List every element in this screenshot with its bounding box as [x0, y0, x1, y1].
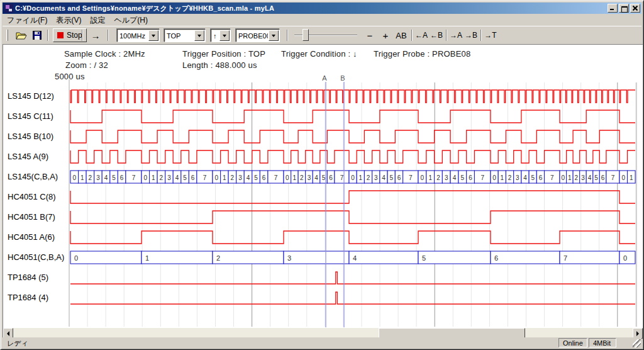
- bus-value: 0: [143, 174, 147, 181]
- waveform-trace: [70, 150, 635, 163]
- waveform-trace: [70, 231, 635, 244]
- bus-value: 4: [104, 174, 108, 181]
- channel-label: HC4051(C,B,A): [8, 252, 64, 262]
- waveform-trace: [70, 272, 635, 284]
- bus-value: 1: [630, 174, 633, 181]
- bus-value: 5: [183, 174, 187, 181]
- save-floppy-icon: [33, 31, 42, 40]
- menu-file[interactable]: ファイル(F): [3, 14, 52, 26]
- goto-trigger-button[interactable]: →T: [483, 28, 498, 42]
- waveform-trace: [70, 130, 635, 143]
- bus-value: 6: [120, 174, 124, 181]
- bus-value: 4: [382, 174, 386, 181]
- bus-value: 3: [374, 174, 378, 181]
- goto-a-left-button[interactable]: ←A: [414, 28, 429, 42]
- maximize-button[interactable]: [619, 4, 629, 13]
- bus-cell: [142, 251, 213, 264]
- dropdown-arrow-icon[interactable]: [194, 30, 204, 41]
- toolbar-separator: [446, 30, 447, 41]
- bus-value: 2: [508, 174, 512, 181]
- bus-value: 4: [314, 174, 318, 181]
- zoom-slider-thumb[interactable]: [303, 29, 309, 41]
- channel-label: HC4051 A(6): [8, 232, 55, 242]
- bus-value: 3: [287, 254, 291, 262]
- bus-cell: [491, 251, 560, 264]
- save-button[interactable]: [30, 28, 44, 42]
- window-title: C:¥Documents and Settings¥noname¥デスクトップ¥…: [15, 4, 274, 13]
- bus-cell: [213, 251, 284, 264]
- toolbar-separator: [480, 30, 482, 41]
- channel-label: HC4051 B(7): [8, 212, 55, 222]
- waveform-trace: [70, 211, 635, 223]
- bus-value: 6: [469, 174, 472, 181]
- sample-clock-select[interactable]: 100MHz: [117, 29, 160, 42]
- bus-value: 0: [214, 174, 218, 181]
- status-ready: レディ: [7, 339, 28, 348]
- bus-value: 2: [300, 174, 304, 181]
- bus-value: 0: [421, 174, 425, 181]
- dropdown-arrow-icon[interactable]: [269, 30, 279, 41]
- bus-cell: [284, 251, 349, 264]
- app-window: C:¥Documents and Settings¥noname¥デスクトップ¥…: [0, 0, 644, 350]
- dropdown-arrow-icon[interactable]: [148, 30, 158, 41]
- goto-b-left-button[interactable]: ←B: [429, 28, 444, 42]
- bus-value: 6: [329, 174, 333, 181]
- bus-value: 5: [254, 174, 258, 181]
- minimize-button[interactable]: [608, 4, 618, 13]
- waveform-trace: [70, 191, 635, 203]
- bus-cell: [70, 251, 142, 264]
- menu-view[interactable]: 表示(V): [52, 14, 86, 26]
- bus-value: 0: [351, 174, 355, 181]
- bus-value: 1: [359, 174, 363, 181]
- ab-button[interactable]: AB: [394, 28, 409, 42]
- resize-grip[interactable]: [633, 339, 641, 347]
- open-button[interactable]: [14, 28, 29, 42]
- arrow-right-icon: [636, 331, 639, 336]
- bus-value: 6: [539, 174, 543, 181]
- goto-a-right-button[interactable]: →A: [448, 28, 464, 42]
- bus-value: 6: [397, 174, 401, 181]
- trigger-probe-select[interactable]: PROBE00: [236, 29, 280, 42]
- trigger-edge-select[interactable]: ↑: [211, 29, 231, 42]
- close-button[interactable]: [630, 4, 640, 13]
- bus-value: 7: [611, 174, 615, 181]
- stop-icon: [57, 32, 64, 38]
- trigger-position-select[interactable]: TOP: [164, 29, 206, 42]
- bus-value: 3: [445, 174, 448, 181]
- status-bar: レディ Online 4MBit: [3, 337, 641, 348]
- bus-value: 6: [494, 254, 498, 262]
- bus-value: 3: [167, 174, 171, 181]
- run-button[interactable]: →: [87, 28, 104, 42]
- bus-value: 0: [286, 174, 289, 181]
- toolbar-separator: [411, 30, 413, 41]
- toolbar-separator: [47, 30, 48, 41]
- menu-help[interactable]: ヘルプ(H): [109, 14, 152, 26]
- dropdown-arrow-icon[interactable]: [219, 30, 230, 41]
- toolbar-separator: [108, 30, 109, 41]
- run-arrow-icon: →: [91, 30, 101, 41]
- app-icon[interactable]: [4, 4, 13, 13]
- bus-value: 1: [428, 174, 432, 181]
- bus-value: 4: [247, 174, 250, 181]
- bus-value: 7: [203, 174, 207, 181]
- bus-value: 1: [293, 174, 297, 181]
- channel-label: TP1684 (4): [8, 293, 48, 302]
- marker-a-label: A: [322, 74, 327, 82]
- channel-label: LS145 D(12): [8, 91, 54, 101]
- bus-cell: [619, 251, 635, 264]
- bus-value: 7: [340, 174, 344, 181]
- bus-value: 7: [550, 174, 554, 181]
- bus-value: 7: [132, 174, 136, 181]
- bus-cell: [349, 251, 418, 264]
- menu-settings[interactable]: 設定: [86, 14, 109, 26]
- toolbar-separator: [82, 30, 83, 41]
- bus-value: 5: [389, 174, 393, 181]
- zoom-out-button[interactable]: −: [364, 28, 376, 42]
- bus-value: 0: [561, 174, 565, 181]
- bus-value: 7: [409, 174, 413, 181]
- waveform-trace: [70, 110, 635, 123]
- channel-label: LS145 B(10): [8, 132, 53, 141]
- zoom-in-button[interactable]: +: [379, 28, 392, 42]
- goto-b-right-button[interactable]: →B: [464, 28, 479, 42]
- bus-value: 2: [160, 174, 164, 181]
